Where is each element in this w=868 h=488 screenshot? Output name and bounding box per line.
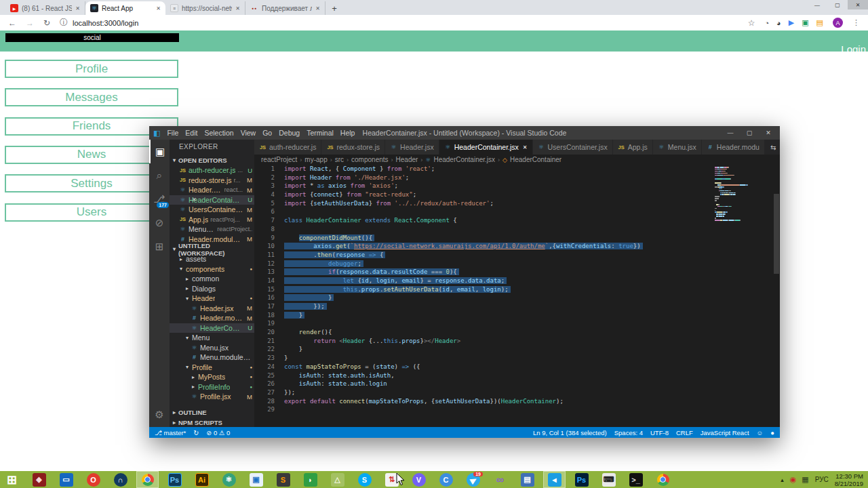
tab-close-icon[interactable]: ✕: [235, 5, 240, 12]
tray-expand-icon[interactable]: ▴: [781, 476, 784, 483]
skype-icon[interactable]: S: [354, 472, 375, 487]
opera-icon[interactable]: O: [83, 472, 104, 487]
workspace-header[interactable]: ▾ UNTITLED (WORKSPACE): [170, 244, 254, 254]
tree-item[interactable]: ⚛Profile.jsxM: [170, 392, 254, 402]
open-editor-item[interactable]: #Header.module....M: [170, 235, 254, 245]
extension-clock-icon[interactable]: ◔: [764, 19, 769, 27]
indent-status[interactable]: Spaces: 4: [614, 429, 643, 436]
game-launcher-icon[interactable]: ◆: [28, 472, 50, 487]
vscode-taskbar-icon[interactable]: ◄: [544, 472, 565, 487]
url-text[interactable]: localhost:3000/login: [73, 19, 138, 27]
open-editor-item[interactable]: ✕⚛HeaderContaine...U: [170, 195, 254, 205]
browser-tab[interactable]: ⚛React App✕: [85, 1, 165, 15]
vscode-close-button[interactable]: ✕: [760, 126, 777, 140]
corel-icon[interactable]: C: [435, 472, 456, 487]
git-branch-status[interactable]: ⎇ master*: [155, 429, 186, 436]
tree-item[interactable]: ⚛HeaderConta...U: [170, 323, 254, 333]
open-editor-item[interactable]: ⚛Header.jsxreact...M: [170, 185, 254, 195]
tree-item[interactable]: #Menu.module.css: [170, 352, 254, 363]
outline-header[interactable]: ▸ OUTLINE: [170, 407, 254, 418]
language-indicator[interactable]: РУС: [815, 476, 829, 483]
breadcrumb-item[interactable]: Header: [396, 156, 418, 163]
tab-close-icon[interactable]: ✕: [523, 144, 528, 150]
address-bar[interactable]: ⓘ localhost:3000/login: [60, 17, 738, 28]
editor-tab[interactable]: ⚛HeaderContainer.jsx✕: [439, 140, 533, 155]
settings-gear-icon[interactable]: ⚙: [149, 405, 170, 424]
menu-file[interactable]: File: [163, 129, 182, 137]
tab-close-icon[interactable]: ✕: [156, 5, 161, 12]
atom-app-icon[interactable]: ⚛: [218, 472, 239, 487]
new-tab-button[interactable]: +: [326, 1, 343, 15]
language-status[interactable]: JavaScript React: [701, 429, 749, 436]
tree-item[interactable]: ▾Menu: [170, 333, 254, 343]
editor-tab[interactable]: JSApp.js: [613, 140, 653, 155]
extension-play-icon[interactable]: ▶: [789, 18, 794, 27]
vscode-maximize-button[interactable]: ▢: [741, 126, 758, 140]
editor-tab[interactable]: JSredux-store.js: [321, 140, 385, 155]
menu-view[interactable]: View: [237, 129, 260, 137]
code-editor[interactable]: 1import React, { Component } from 'react…: [254, 165, 780, 427]
support-headset-icon[interactable]: ∩: [110, 472, 131, 487]
tree-item[interactable]: ⚛Header.jsxM: [170, 304, 254, 314]
source-control-icon[interactable]: ⎇177: [149, 187, 170, 211]
browser-tab[interactable]: ≡https://social-network.samuraijs.✕: [165, 1, 245, 15]
menu-help[interactable]: Help: [337, 129, 359, 137]
breadcrumb-item[interactable]: src: [335, 156, 344, 163]
close-icon[interactable]: ✕: [192, 197, 197, 203]
login-link[interactable]: Login: [841, 43, 866, 52]
extension-green-icon[interactable]: ▣: [802, 18, 808, 27]
open-editor-item[interactable]: JSauth-reducer.js...U: [170, 165, 254, 176]
tree-item[interactable]: ▸MyPosts●: [170, 372, 254, 382]
breadcrumb-item[interactable]: HeaderContainer.jsx: [433, 156, 495, 163]
tree-item[interactable]: ▾Header●: [170, 293, 254, 304]
tree-item[interactable]: ▾components●: [170, 264, 254, 274]
remote-desktop-icon[interactable]: ▭: [56, 472, 77, 487]
taskbar-clock[interactable]: 12:30 PM 8/21/2019: [835, 472, 863, 487]
bluestacks-icon[interactable]: ▣: [245, 472, 267, 487]
illustrator-taskbar-icon[interactable]: Ai: [191, 472, 212, 487]
visual-studio-icon[interactable]: ∞: [490, 472, 511, 487]
nav-item-profile[interactable]: Profile: [5, 60, 178, 78]
chrome-taskbar-icon[interactable]: [137, 472, 158, 487]
feedback-icon[interactable]: ☺: [757, 429, 764, 436]
browser-minimize-button[interactable]: —: [807, 0, 827, 9]
sublime-text-icon[interactable]: S: [273, 472, 294, 487]
onscreen-keyboard-icon[interactable]: ⌨: [598, 472, 619, 487]
tray-shield-icon[interactable]: ◉: [790, 475, 797, 484]
editor-scrollbar[interactable]: [774, 194, 779, 274]
minimap[interactable]: [715, 167, 770, 224]
editor-tab[interactable]: ⚛Header.jsx: [385, 140, 439, 155]
vscode-minimize-button[interactable]: —: [722, 126, 739, 140]
bell-icon[interactable]: ●: [770, 429, 774, 436]
cursor-position-status[interactable]: Ln 9, Col 1 (384 selected): [533, 429, 607, 436]
browser-close-button[interactable]: ✕: [848, 0, 868, 9]
open-editor-item[interactable]: JSApp.jsreactProj...M: [170, 215, 254, 225]
encoding-status[interactable]: UTF-8: [650, 429, 669, 436]
network-tray-icon[interactable]: ▦: [802, 475, 808, 484]
open-editor-item[interactable]: ⚛UsersContainer....M: [170, 205, 254, 215]
breadcrumb-item[interactable]: components: [351, 156, 388, 163]
menu-terminal[interactable]: Terminal: [303, 129, 337, 137]
telegram-icon[interactable]: ▶19: [462, 472, 484, 487]
menu-selection[interactable]: Selection: [201, 129, 237, 137]
sync-editors-icon[interactable]: ⇆: [770, 144, 776, 151]
tree-item[interactable]: #Header.mod...M: [170, 313, 254, 323]
start-button[interactable]: ⊞: [1, 472, 22, 487]
backup-tool-icon[interactable]: ▤: [517, 472, 538, 487]
breadcrumb-item[interactable]: my-app: [304, 156, 327, 163]
problems-status[interactable]: ⊘ 0 ⚠ 0: [206, 429, 230, 436]
open-editors-header[interactable]: ▾ OPEN EDITORS: [170, 155, 254, 165]
browser-maximize-button[interactable]: ▢: [827, 0, 848, 9]
editor-tab[interactable]: #Header.modu: [702, 140, 765, 155]
extension-adblock-icon[interactable]: ◕: [776, 19, 781, 27]
tree-item[interactable]: ▾Profile●: [170, 363, 254, 373]
eol-status[interactable]: CRLF: [676, 429, 693, 436]
tree-item[interactable]: ⚛Menu.jsx: [170, 343, 254, 353]
site-info-icon[interactable]: ⓘ: [60, 17, 68, 28]
photoshop-dark-icon[interactable]: Ps: [571, 472, 592, 487]
editor-tab[interactable]: ⚛UsersContainer.jsx: [533, 140, 613, 155]
tree-item[interactable]: ▸ProfileInfo●: [170, 382, 254, 392]
breadcrumb[interactable]: reactProject›my-app›src›components›Heade…: [254, 155, 780, 165]
sync-status-icon[interactable]: ↻: [193, 429, 199, 436]
tree-item[interactable]: ▸assets: [170, 254, 254, 264]
